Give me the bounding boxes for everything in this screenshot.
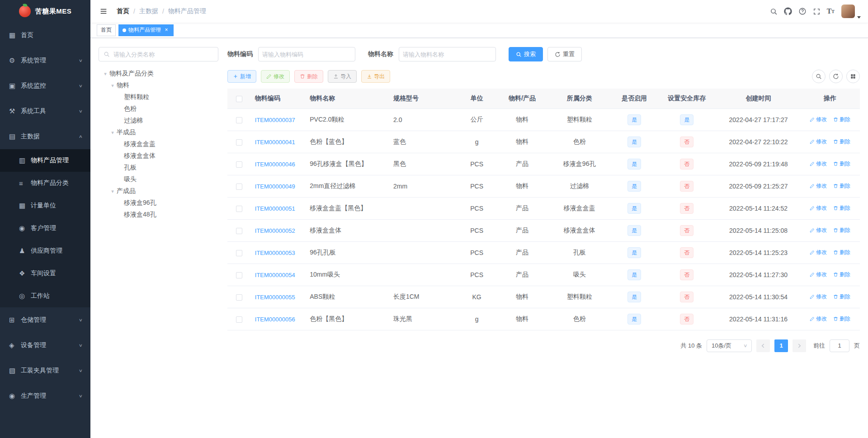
row-delete-button[interactable]: 删除 (833, 271, 850, 278)
row-edit-button[interactable]: 修改 (810, 271, 827, 278)
hamburger-icon[interactable] (97, 7, 110, 15)
sidebar-subitem-material-product-category[interactable]: ≡ 物料产品分类 (0, 172, 90, 194)
sidebar-item-master-data[interactable]: ▤ 主数据 ∧ (0, 124, 90, 149)
material-code-link[interactable]: ITEM00000055 (255, 294, 295, 301)
material-code-link[interactable]: ITEM00000053 (255, 250, 295, 256)
fullscreen-icon[interactable] (810, 0, 824, 23)
row-delete-button[interactable]: 删除 (833, 249, 850, 256)
page-size-select[interactable]: 10条/页 ∨ (707, 339, 752, 352)
sidebar-item-system-monitoring[interactable]: ▣ 系统监控 ∨ (0, 73, 90, 99)
tree-node[interactable]: 移液盒48孔 (99, 209, 218, 221)
row-edit-button[interactable]: 修改 (810, 293, 827, 301)
column-settings-button[interactable] (846, 70, 860, 83)
table-row[interactable]: ITEM00000037 PVC2.0颗粒 2.0 公斤 物料 塑料颗粒 是 是… (227, 108, 860, 131)
avatar[interactable] (841, 5, 855, 18)
material-code-link[interactable]: ITEM00000052 (255, 227, 295, 234)
table-row[interactable]: ITEM00000041 色粉【蓝色】 蓝色 g 物料 色粉 是 否 2022-… (227, 131, 860, 153)
github-icon[interactable] (781, 0, 795, 23)
tree-node[interactable]: 过滤棉 (99, 115, 218, 127)
material-code-link[interactable]: ITEM00000041 (255, 139, 295, 146)
tree-node[interactable]: 移液盒盒盖 (99, 138, 218, 150)
table-row[interactable]: ITEM00000049 2mm直径过滤棉 2mm PCS 物料 过滤棉 是 否… (227, 175, 860, 197)
material-name-input[interactable] (399, 51, 495, 58)
tree-node[interactable]: 吸头 (99, 174, 218, 185)
sidebar-item-system-tools[interactable]: ⚒ 系统工具 ∨ (0, 99, 90, 124)
sidebar-item-warehouse-management[interactable]: ⊞ 仓储管理 ∨ (0, 307, 90, 333)
tree-node[interactable]: ▾ 物料及产品分类 (99, 68, 218, 80)
sidebar-item-tooling-fixture-management[interactable]: ▧ 工装夹具管理 ∨ (0, 358, 90, 383)
material-code-link[interactable]: ITEM00000046 (255, 161, 295, 168)
tree-node[interactable]: 孔板 (99, 162, 218, 174)
tree-node[interactable]: 移液盒盒体 (99, 150, 218, 162)
row-edit-button[interactable]: 修改 (810, 160, 827, 168)
sidebar-item-equipment-management[interactable]: ◈ 设备管理 ∨ (0, 333, 90, 358)
sidebar-item-home[interactable]: ▦ 首页 (0, 23, 90, 48)
tree-node[interactable]: ▾ 半成品 (99, 127, 218, 138)
export-button[interactable]: 导出 (361, 70, 390, 83)
page-number-button[interactable]: 1 (774, 339, 788, 352)
material-code-link[interactable]: ITEM00000051 (255, 205, 295, 212)
row-edit-button[interactable]: 修改 (810, 204, 827, 212)
select-all-checkbox[interactable] (236, 96, 242, 102)
row-edit-button[interactable]: 修改 (810, 315, 827, 323)
prev-page-button[interactable] (756, 339, 770, 352)
category-search-input[interactable] (110, 51, 218, 58)
row-edit-button[interactable]: 修改 (810, 138, 827, 146)
sidebar-item-production-management[interactable]: ◉ 生产管理 ∨ (0, 383, 90, 409)
row-checkbox[interactable] (236, 139, 242, 146)
table-row[interactable]: ITEM00000054 10mm吸头 PCS 产品 吸头 是 否 2022-0… (227, 264, 860, 286)
row-delete-button[interactable]: 删除 (833, 116, 850, 123)
row-edit-button[interactable]: 修改 (810, 226, 827, 234)
sidebar-subitem-supplier-management[interactable]: ♟ 供应商管理 (0, 240, 90, 262)
tag-active[interactable]: 物料产品管理 × (118, 24, 174, 36)
app-logo[interactable]: 苦糖果MES (0, 0, 90, 23)
tag-item[interactable]: 首页 (97, 24, 116, 36)
tree-node[interactable]: 塑料颗粒 (99, 91, 218, 103)
sidebar-subitem-customer-management[interactable]: ◉ 客户管理 (0, 217, 90, 240)
row-checkbox[interactable] (236, 206, 242, 212)
breadcrumb-item[interactable]: 首页 (117, 7, 129, 15)
row-checkbox[interactable] (236, 117, 242, 123)
row-checkbox[interactable] (236, 294, 242, 301)
tree-node[interactable]: 移液盒96孔 (99, 197, 218, 209)
tree-node[interactable]: ▾ 产成品 (99, 185, 218, 197)
toggle-search-button[interactable] (812, 70, 826, 83)
table-row[interactable]: ITEM00000046 96孔移液盒【黑色】 黑色 PCS 产品 移液盒96孔… (227, 153, 860, 175)
row-delete-button[interactable]: 删除 (833, 226, 850, 234)
row-delete-button[interactable]: 删除 (833, 138, 850, 146)
table-row[interactable]: ITEM00000053 96孔孔板 PCS 产品 孔板 是 否 2022-05… (227, 241, 860, 264)
breadcrumb-item[interactable]: 物料产品管理 (168, 7, 206, 15)
search-button[interactable]: 搜索 (509, 47, 543, 61)
table-row[interactable]: ITEM00000056 色粉【黑色】 珠光黑 g 物料 色粉 是 否 2022… (227, 308, 860, 330)
material-code-link[interactable]: ITEM00000054 (255, 272, 295, 278)
add-button[interactable]: 新增 (227, 70, 256, 83)
sidebar-subitem-material-product-management[interactable]: ▥ 物料产品管理 (0, 149, 90, 172)
row-edit-button[interactable]: 修改 (810, 182, 827, 190)
table-row[interactable]: ITEM00000051 移液盒盒盖【黑色】 PCS 产品 移液盒盒盖 是 否 … (227, 197, 860, 219)
row-delete-button[interactable]: 删除 (833, 182, 850, 190)
row-checkbox[interactable] (236, 228, 242, 234)
row-checkbox[interactable] (236, 272, 242, 278)
sidebar-subitem-measurement-unit[interactable]: ▦ 计量单位 (0, 194, 90, 217)
import-button[interactable]: 导入 (328, 70, 357, 83)
row-checkbox[interactable] (236, 161, 242, 168)
refresh-table-button[interactable] (829, 70, 843, 83)
row-delete-button[interactable]: 删除 (833, 204, 850, 212)
next-page-button[interactable] (793, 339, 806, 352)
breadcrumb-item[interactable]: 主数据 (139, 7, 158, 15)
search-icon[interactable] (767, 0, 781, 23)
caret-down-icon[interactable] (857, 16, 861, 19)
close-icon[interactable]: × (163, 27, 170, 33)
sidebar-subitem-workstation[interactable]: ◎ 工作站 (0, 285, 90, 307)
material-code-link[interactable]: ITEM00000037 (255, 117, 295, 123)
row-delete-button[interactable]: 删除 (833, 293, 850, 301)
question-icon[interactable] (795, 0, 810, 23)
sidebar-subitem-workshop-settings[interactable]: ❖ 车间设置 (0, 262, 90, 285)
material-code-input[interactable] (259, 51, 355, 58)
edit-button[interactable]: 修改 (261, 70, 290, 83)
goto-page-input[interactable] (830, 339, 849, 352)
delete-button[interactable]: 删除 (294, 70, 323, 83)
row-delete-button[interactable]: 删除 (833, 160, 850, 168)
table-row[interactable]: ITEM00000055 ABS颗粒 长度1CM KG 物料 塑料颗粒 是 否 … (227, 286, 860, 308)
tree-node[interactable]: 色粉 (99, 103, 218, 115)
